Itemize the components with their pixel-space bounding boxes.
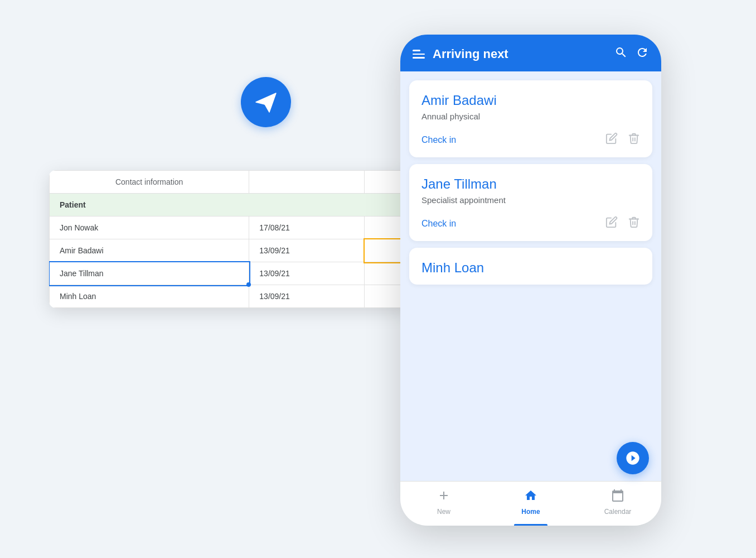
- col-header-contact: Contact information: [50, 171, 249, 194]
- nav-item-calendar[interactable]: Calendar: [574, 482, 661, 526]
- patient-date-cell: 13/09/21: [249, 239, 365, 262]
- nav-label-new: New: [437, 508, 450, 516]
- delete-icon[interactable]: [628, 132, 640, 147]
- app-logo: [241, 77, 291, 127]
- table-row: Jon Nowak 17/08/21: [50, 217, 411, 239]
- checkin-button[interactable]: Check in: [421, 135, 456, 145]
- nav-label-home: Home: [521, 508, 540, 516]
- calendar-icon: [611, 489, 624, 506]
- search-icon[interactable]: [614, 46, 628, 62]
- menu-icon[interactable]: [413, 50, 425, 59]
- patient-name-cell: Minh Loan: [50, 285, 249, 308]
- action-icons: [605, 132, 640, 147]
- patient-name-cell: Amir Badawi: [50, 239, 249, 262]
- table-row: Minh Loan 13/09/21: [50, 285, 411, 308]
- fab-checkin-button[interactable]: [617, 442, 649, 474]
- col-header-2: [249, 171, 365, 194]
- patient-description: Specialist appointment: [421, 195, 640, 205]
- nav-active-indicator: [514, 524, 547, 526]
- patient-card-minh-partial: Minh Loan: [409, 248, 652, 285]
- spreadsheet-card: Contact information Patient Jon Nowak 17…: [49, 170, 411, 308]
- refresh-icon[interactable]: [636, 46, 649, 62]
- patient-name: Amir Badawi: [421, 93, 640, 108]
- home-icon: [524, 489, 537, 506]
- patient-date-cell: 13/09/21: [249, 262, 365, 285]
- nav-item-new[interactable]: New: [400, 482, 487, 526]
- patient-name: Jane Tillman: [421, 176, 640, 192]
- delete-icon[interactable]: [628, 216, 640, 231]
- action-icons: [605, 216, 640, 231]
- phone-content: Amir Badawi Annual physical Check in: [400, 71, 661, 481]
- patient-card-actions: Check in: [421, 216, 640, 231]
- edit-icon[interactable]: [605, 132, 618, 147]
- patient-description: Annual physical: [421, 112, 640, 121]
- bottom-nav: New Home Calendar: [400, 481, 661, 526]
- patient-name-cell: Jon Nowak: [50, 217, 249, 239]
- screen-title: Arriving next: [433, 47, 607, 61]
- nav-label-calendar: Calendar: [604, 508, 632, 516]
- edit-icon[interactable]: [605, 216, 618, 231]
- table-row: Jane Tillman 13/09/21: [50, 262, 411, 285]
- patient-date-cell: 13/09/21: [249, 285, 365, 308]
- section-header-row: Patient: [50, 194, 411, 217]
- nav-item-home[interactable]: Home: [487, 482, 574, 526]
- patient-name: Minh Loan: [421, 260, 640, 276]
- checkin-button[interactable]: Check in: [421, 219, 456, 229]
- table-row: Amir Badawi 13/09/21: [50, 239, 411, 262]
- phone-topbar: Arriving next: [400, 35, 661, 71]
- patient-card-amir: Amir Badawi Annual physical Check in: [409, 80, 652, 157]
- patient-card-actions: Check in: [421, 132, 640, 147]
- patient-card-jane: Jane Tillman Specialist appointment Chec…: [409, 164, 652, 241]
- patient-name-cell-blue[interactable]: Jane Tillman: [50, 262, 249, 285]
- add-icon: [437, 489, 450, 506]
- phone-mockup: Arriving next Amir Badawi Annual physica…: [400, 35, 661, 526]
- patient-date-cell: 17/08/21: [249, 217, 365, 239]
